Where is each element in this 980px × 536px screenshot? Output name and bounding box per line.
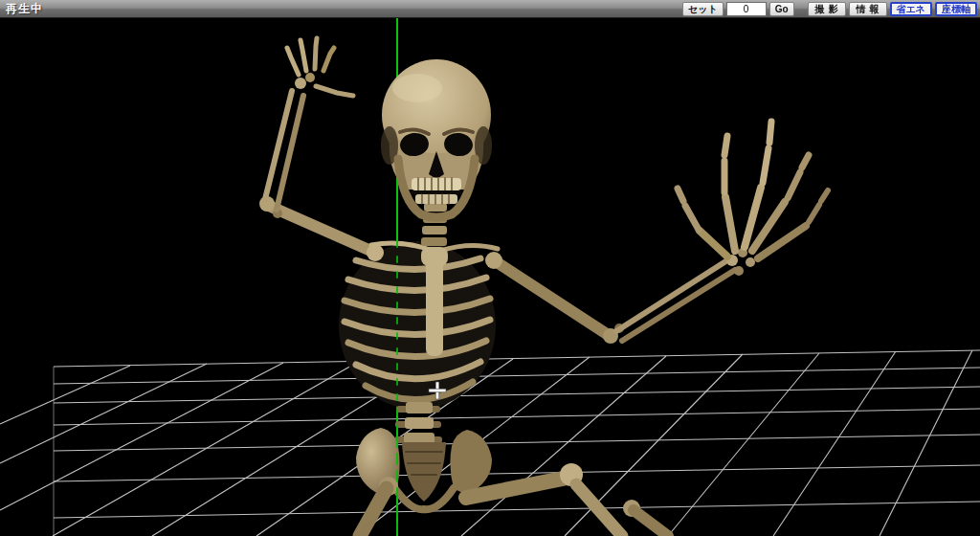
set-button[interactable]: セット — [682, 2, 724, 16]
frame-number-input[interactable] — [726, 2, 767, 16]
skeleton-left-arm — [259, 38, 384, 261]
title-bar: 再生中 セット Go 撮影 情報 省エネ 座標軸 — [0, 0, 980, 18]
floor-grid — [0, 350, 980, 536]
app-window: 再生中 セット Go 撮影 情報 省エネ 座標軸 — [0, 0, 980, 536]
capture-button[interactable]: 撮影 — [808, 2, 846, 16]
axes-toggle-button[interactable]: 座標軸 — [935, 2, 977, 16]
skeleton-model — [259, 38, 828, 536]
toolbar: セット Go 撮影 情報 省エネ 座標軸 — [682, 2, 980, 16]
skeleton-right-arm — [485, 122, 828, 344]
go-button[interactable]: Go — [769, 2, 794, 16]
info-button[interactable]: 情報 — [849, 2, 887, 16]
playback-status: 再生中 — [0, 1, 43, 17]
eco-mode-button[interactable]: 省エネ — [890, 2, 932, 16]
viewport-3d[interactable] — [0, 18, 980, 536]
